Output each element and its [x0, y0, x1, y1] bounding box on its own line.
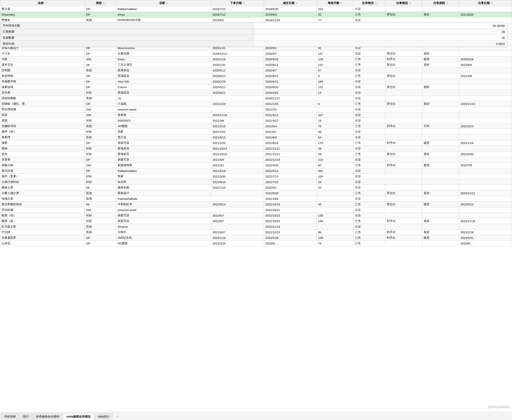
table-row[interactable]: 十六女OP古典玩偶2019/12/122020/5/7147在架穿过出喜好	[0, 51, 512, 56]
table-row[interactable]: 薄雾OP表面咒语2021/2/202021/8/18179已售到手出版型2021…	[0, 140, 512, 146]
cell-stock-status: 在架	[354, 129, 386, 135]
cell-type: SK	[85, 79, 116, 84]
table-row[interactable]: 船票（蓝）衬衫表面咒语2022/6/72022/10/23138已售到手出喜好2…	[0, 218, 512, 224]
cell-type: 其他	[85, 196, 116, 202]
table-row[interactable]: RosemaryOPKinyo2019/7/132019/9/352已售穿过出喜…	[0, 12, 512, 17]
table-row[interactable]: 堕修女其他DARKMOON月黑2019/9/22019/11/1877在架	[0, 17, 512, 23]
tab-2[interactable]: 各类服饰命名规则	[33, 413, 62, 420]
cell-stock-status: 已售	[354, 73, 386, 79]
cell-stock-status: 在架	[354, 185, 386, 190]
cell-order-date: 2023/1/19	[211, 235, 264, 241]
cell-sell-date: 2023/5/31	[459, 235, 512, 241]
cell-order-date: 2022/3/1	[211, 163, 264, 168]
cell-deal-date: 2020/5/7	[264, 51, 317, 56]
cell-stock-status: 在架	[354, 174, 386, 179]
table-row[interactable]: 晨祷衬衫星海辰花2021/10/132021/11/1129在架	[0, 146, 512, 151]
cell-sell-reason: 版型	[422, 235, 459, 241]
tab-3[interactable]: lolita服装生存情况	[63, 413, 94, 420]
col-header-deal[interactable]: 成交日期 ▼	[264, 0, 317, 6]
cell-stock-status: 在架	[354, 179, 386, 185]
cell-name: 古董人偶之梦	[0, 190, 85, 196]
cell-stock-status: 已售	[354, 202, 386, 207]
col-header-shop[interactable]: 店家 ▼	[116, 0, 211, 6]
table-row[interactable]: 巴贝特其他卡纳卡2022/9/272022/12/2286已售到手出喜好2023…	[0, 230, 512, 235]
table-row[interactable]: 百里香OP表面咒语2021/5/92021/12/19224在架	[0, 157, 512, 163]
cell-stock-status: 已售	[354, 230, 386, 235]
col-header-name[interactable]: 名称 ▼	[0, 0, 85, 6]
cell-name: 胡椒小姐	[0, 163, 85, 168]
table-row[interactable]: 劳伦塔玫瑰JSKinnocent world2021/2/2在架	[0, 107, 512, 112]
cell-type: OP	[85, 235, 116, 241]
table-row[interactable]: 春日沙龙OPRabbernatdeer2021/5/182022/5/14361…	[0, 168, 512, 174]
table-row[interactable]: 琼安JSK吞尾者2020/11/242021/3/11107在架	[0, 112, 512, 118]
table-row[interactable]: 流光衬衫星海辰花2021/10/132021/11/1129已售穿过出喜好202…	[0, 151, 512, 157]
col-header-sellout[interactable]: 出售情况 ▼	[385, 0, 422, 6]
table-row[interactable]: 渡鸦衬衫RSERIES2021/3/82021/3/2719在架	[0, 118, 512, 123]
table-row[interactable]: 循声（绿）衬衫茼家2021/2/222021/6/199在架	[0, 129, 512, 135]
table-row[interactable]: 奥古斯都的来信SK卡莉彩虹羊2022/9/142022/10/1935已售穿过出…	[0, 202, 512, 207]
table-row[interactable]: 乔治玫瑰JSKinnocent world2022/10/21在架	[0, 207, 512, 213]
table-row[interactable]: 森林之筐SK森林衣橱2022/7/102022/8/122在架	[0, 185, 512, 190]
col-header-reason[interactable]: 出售原因 ▼	[422, 0, 459, 6]
table-row[interactable]: 凛冬百合SK三月之满月2020/1/312020/6/11132已售穿过出喜好2…	[0, 62, 512, 68]
table-row[interactable]: 旧情歌（酒红、墨…OP小花园2021/1/192021/1/256已售穿过出喜好…	[0, 101, 512, 107]
cell-order-date: 2019/9/2	[211, 17, 264, 23]
cell-sell-reason: 喜好	[422, 151, 459, 157]
table-row[interactable]: 致云雀OPRabbernatdeer2018/7/152019/5/30319在…	[0, 6, 512, 12]
cell-sell-reason: 版型	[422, 140, 459, 146]
table-row[interactable]: 迷雾仙境OPCulumi2020/5/122020/9/20131在架穿过出面料	[0, 84, 512, 90]
cell-sell-out	[385, 185, 422, 190]
cell-deal-date: 2021/5/4	[264, 123, 317, 129]
cell-wait-days: 24	[317, 179, 353, 185]
table-row[interactable]: 浆果湾其他悠兰达2021/6/152021/8/854在架	[0, 135, 512, 140]
tab-0[interactable]: 衣柜清单	[1, 413, 19, 420]
cell-sell-reason	[422, 174, 459, 179]
cell-shop: Rabbernatdeer	[116, 168, 211, 174]
col-header-type[interactable]: 类型 ▼	[85, 0, 116, 6]
cell-sell-reason	[422, 224, 459, 230]
table-row[interactable]: 玫瑰之契其他FaeriesDaffodil2022/10/9在架	[0, 196, 512, 202]
col-header-selldate[interactable]: 出售日期 ▼	[459, 0, 512, 6]
cell-sell-date	[459, 68, 512, 73]
table-row[interactable]: 失落图书馆SKYour Gift2020/2/292020/8/13166在架	[0, 79, 512, 84]
cell-type: 其他	[85, 135, 116, 140]
cell-shop: 星海辰花	[116, 68, 211, 73]
cell-type: OP	[85, 241, 116, 246]
cell-deal-date: 2021/11/11	[264, 146, 317, 151]
add-tab-button[interactable]: ＋	[113, 413, 121, 420]
tab-1[interactable]: 统计	[20, 413, 32, 420]
tab-4[interactable]: lolita统计	[94, 413, 113, 420]
table-row[interactable]: 布谷鸣风OP星海辰花2020/6/132020/6/218已售穿过出2021/5…	[0, 73, 512, 79]
table-row[interactable]: 循声（姜黄）衬衫芮家2022/3/302022/7/13105在架	[0, 174, 512, 179]
cell-sell-out: 穿过出	[385, 73, 422, 79]
cell-order-date	[211, 224, 264, 230]
spreadsheet-container[interactable]: 名称 ▼ 类型 ▼ 店家 ▼ 下单日期 ▼ 成交日期 ▼ 等待天数 ▼ 生存情况…	[0, 0, 512, 412]
table-row[interactable]: 莎莉园其他星海辰花2020/4/112020/6/757在架	[0, 68, 512, 73]
table-row[interactable]: 古董人偶之梦其他星箱设计2022/9/30已售穿过出喜好2023/11/21	[0, 190, 512, 196]
cell-sell-out	[385, 213, 422, 218]
cell-stock-status: 在架	[354, 118, 386, 123]
col-header-wait[interactable]: 等待天数 ▼	[317, 0, 353, 6]
table-row[interactable]: 圣诞协奏曲其他JS2020/11/17在架	[0, 96, 512, 101]
table-row[interactable]: 船票（绿）衬衫表面咒语2022/6/72022/10/23138在架	[0, 213, 512, 218]
table-row[interactable]: 乌笼JSKKinyo2020/1/182020/5/25128已售到手出版型20…	[0, 56, 512, 62]
cell-sell-date	[459, 174, 512, 179]
table-row[interactable]: 安娜的书房其他AD鹿隐2021/2/182021/5/475已售到手出尺码202…	[0, 123, 512, 129]
col-header-status[interactable]: 生存情况 ▼	[354, 0, 386, 6]
table-row[interactable]: 山谷芸…OPAD鹿隐2023/3/262023/6/…74已售2023/6/…	[0, 241, 512, 246]
stats-panel: 平均等待天数 84.46296 已售数量 28 在架数量 36 留存比例 0.5…	[0, 22, 508, 47]
cell-sell-out	[385, 207, 422, 213]
cell-deal-date: 2020/5/25	[264, 56, 317, 62]
table-row[interactable]: 莎乐美衬衫星海辰花2020/9/212020/10/514在架	[0, 90, 512, 96]
cell-order-date: 2022/6/7	[211, 213, 264, 218]
cell-sell-reason	[422, 168, 459, 174]
table-row[interactable]: 月夜曼陀罗OPJND纪念岛2023/1/192023/5/28129已售到手出版…	[0, 235, 512, 241]
col-header-order[interactable]: 下单日期 ▼	[211, 0, 264, 6]
table-row[interactable]: 胡椒小姐JSK新路德维希2022/3/12022/4/3060已售到手出版型20…	[0, 163, 512, 168]
cell-name: 迷雾仙境	[0, 84, 85, 90]
cell-sell-date: 2021/5/9	[459, 73, 512, 79]
cell-sell-out: 到手出	[385, 140, 422, 146]
table-row[interactable]: 红与蓝之歌其他Dmanor2022/11/14在架	[0, 224, 512, 230]
cell-order-date: 2022/3/30	[211, 174, 264, 179]
table-row[interactable]: 立体打褶衬衫衬衫仙太郎2022/6/162022/7/1024在架	[0, 179, 512, 185]
